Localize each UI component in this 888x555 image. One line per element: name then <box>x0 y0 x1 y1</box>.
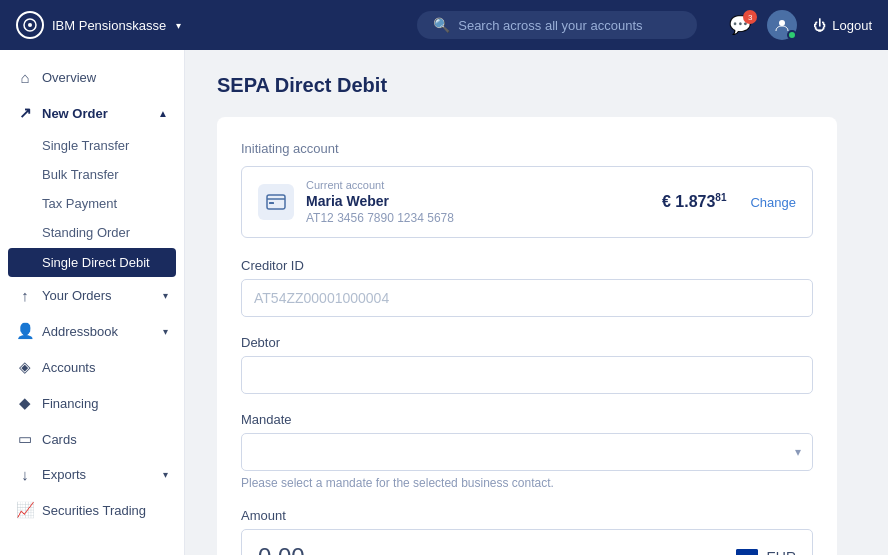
account-name: Maria Weber <box>306 193 650 209</box>
form-card: Initiating account Current account Maria… <box>217 117 837 555</box>
debtor-label: Debtor <box>241 335 813 350</box>
exports-caret-icon: ▾ <box>163 469 168 480</box>
mandate-label: Mandate <box>241 412 813 427</box>
top-navigation: IBM Pensionskasse ▾ 🔍 💬 3 ⏻ Logout <box>0 0 888 50</box>
home-icon: ⌂ <box>16 69 34 86</box>
avatar-status-dot <box>787 30 797 40</box>
amount-label: Amount <box>241 508 813 523</box>
tax-payment-label: Tax Payment <box>42 196 117 211</box>
arrow-icon: ↗ <box>16 104 34 122</box>
sidebar: ⌂ Overview ↗ New Order ▲ Single Transfer… <box>0 50 185 555</box>
sidebar-item-accounts[interactable]: ◈ Accounts <box>0 349 184 385</box>
your-orders-caret-icon: ▾ <box>163 290 168 301</box>
main-content: SEPA Direct Debit Initiating account Cur… <box>185 50 888 555</box>
creditor-id-label: Creditor ID <box>241 258 813 273</box>
bulk-transfer-label: Bulk Transfer <box>42 167 119 182</box>
sidebar-item-securities[interactable]: 📈 Securities Trading <box>0 492 184 528</box>
exports-label: Exports <box>42 467 86 482</box>
standing-order-label: Standing Order <box>42 225 130 240</box>
account-box: Current account Maria Weber AT12 3456 78… <box>241 166 813 238</box>
amount-field[interactable]: 0,00 ★★★ EUR <box>241 529 813 555</box>
new-order-caret-icon: ▲ <box>158 108 168 119</box>
mandate-group: Mandate ▾ Please select a mandate for th… <box>241 412 813 490</box>
securities-label: Securities Trading <box>42 503 146 518</box>
addressbook-icon: 👤 <box>16 322 34 340</box>
svg-rect-5 <box>269 202 274 204</box>
single-direct-debit-label: Single Direct Debit <box>42 255 150 270</box>
sidebar-item-cards[interactable]: ▭ Cards <box>0 421 184 457</box>
initiating-account-label: Initiating account <box>241 141 813 156</box>
addressbook-label: Addressbook <box>42 324 118 339</box>
sidebar-item-exports[interactable]: ↓ Exports ▾ <box>0 457 184 492</box>
debtor-group: Debtor <box>241 335 813 394</box>
sidebar-item-addressbook[interactable]: 👤 Addressbook ▾ <box>0 313 184 349</box>
svg-point-2 <box>779 20 785 26</box>
mandate-select-wrapper: ▾ <box>241 433 813 471</box>
securities-icon: 📈 <box>16 501 34 519</box>
logout-button[interactable]: ⏻ Logout <box>813 18 872 33</box>
amount-group: Amount 0,00 ★★★ EUR <box>241 508 813 555</box>
change-account-button[interactable]: Change <box>750 195 796 210</box>
sidebar-new-order-label: New Order <box>42 106 108 121</box>
account-iban: AT12 3456 7890 1234 5678 <box>306 211 650 225</box>
mandate-hint: Please select a mandate for the selected… <box>241 476 813 490</box>
your-orders-label: Your Orders <box>42 288 112 303</box>
debtor-input[interactable] <box>241 356 813 394</box>
addressbook-caret-icon: ▾ <box>163 326 168 337</box>
logout-icon: ⏻ <box>813 18 826 33</box>
search-bar: 🔍 <box>417 11 697 39</box>
cards-label: Cards <box>42 432 77 447</box>
account-card-icon <box>258 184 294 220</box>
sidebar-overview-label: Overview <box>42 70 96 85</box>
logo-button[interactable]: IBM Pensionskasse ▾ <box>16 11 181 39</box>
notifications-button[interactable]: 💬 3 <box>729 14 751 36</box>
accounts-icon: ◈ <box>16 358 34 376</box>
avatar-button[interactable] <box>767 10 797 40</box>
sidebar-item-single-transfer[interactable]: Single Transfer <box>0 131 184 160</box>
currency-block: ★★★ EUR <box>736 549 796 555</box>
balance-decimal: 81 <box>715 192 726 203</box>
sidebar-item-overview[interactable]: ⌂ Overview <box>0 60 184 95</box>
sidebar-item-new-order[interactable]: ↗ New Order ▲ <box>0 95 184 131</box>
notification-badge: 3 <box>743 10 757 24</box>
sidebar-item-your-orders[interactable]: ↑ Your Orders ▾ <box>0 278 184 313</box>
eu-flag-icon: ★★★ <box>736 549 758 555</box>
sidebar-item-financing[interactable]: ◆ Financing <box>0 385 184 421</box>
search-input[interactable] <box>458 18 681 33</box>
sidebar-item-tax-payment[interactable]: Tax Payment <box>0 189 184 218</box>
accounts-label: Accounts <box>42 360 95 375</box>
sidebar-item-standing-order[interactable]: Standing Order <box>0 218 184 247</box>
creditor-id-input[interactable] <box>241 279 813 317</box>
cards-icon: ▭ <box>16 430 34 448</box>
page-title: SEPA Direct Debit <box>217 74 856 97</box>
brand-chevron-icon: ▾ <box>176 20 181 31</box>
initiating-account-group: Initiating account Current account Maria… <box>241 141 813 238</box>
mandate-select[interactable] <box>241 433 813 471</box>
brand-name: IBM Pensionskasse <box>52 18 166 33</box>
financing-icon: ◆ <box>16 394 34 412</box>
currency-label: EUR <box>766 549 796 555</box>
sidebar-item-single-direct-debit[interactable]: Single Direct Debit <box>8 248 176 277</box>
main-layout: ⌂ Overview ↗ New Order ▲ Single Transfer… <box>0 50 888 555</box>
search-icon: 🔍 <box>433 17 450 33</box>
financing-label: Financing <box>42 396 98 411</box>
creditor-id-group: Creditor ID <box>241 258 813 317</box>
logout-label: Logout <box>832 18 872 33</box>
exports-icon: ↓ <box>16 466 34 483</box>
amount-value: 0,00 <box>258 543 736 555</box>
sidebar-item-bulk-transfer[interactable]: Bulk Transfer <box>0 160 184 189</box>
balance-main: € 1.873 <box>662 194 715 211</box>
account-info: Current account Maria Weber AT12 3456 78… <box>306 179 650 225</box>
single-transfer-label: Single Transfer <box>42 138 129 153</box>
account-type: Current account <box>306 179 650 191</box>
logo-icon <box>16 11 44 39</box>
nav-icons: 💬 3 ⏻ Logout <box>729 10 872 40</box>
svg-point-1 <box>28 23 32 27</box>
account-balance: € 1.87381 <box>662 192 727 211</box>
orders-icon: ↑ <box>16 287 34 304</box>
